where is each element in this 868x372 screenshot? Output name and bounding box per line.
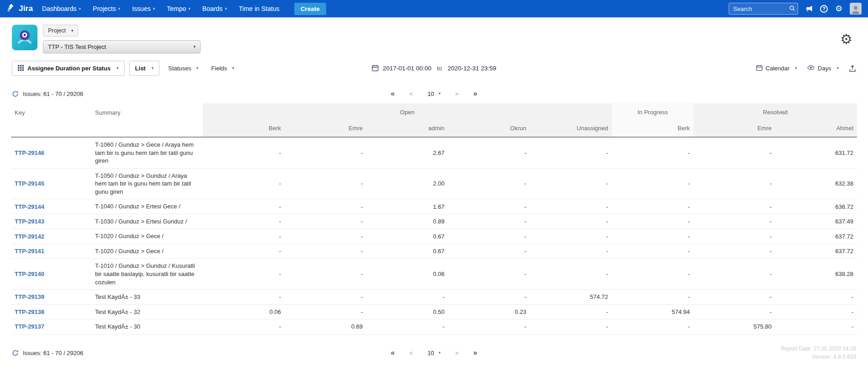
duration-cell: -: [285, 304, 366, 319]
unit-dropdown[interactable]: Days ▾: [807, 65, 839, 72]
issue-key-link[interactable]: TTP-29142: [15, 233, 44, 240]
nav-item-dashboards[interactable]: Dashboards▾: [42, 5, 81, 12]
search-icon[interactable]: [789, 5, 795, 13]
duration-cell: -: [285, 244, 366, 259]
duration-cell: 575.80: [693, 319, 775, 335]
duration-cell: -: [693, 304, 775, 319]
megaphone-icon[interactable]: [804, 4, 814, 13]
issue-key-link[interactable]: TTP-29138: [15, 308, 44, 315]
chevron-down-icon: ▾: [795, 66, 797, 70]
duration-cell: -: [448, 214, 530, 229]
search-input[interactable]: [729, 3, 798, 15]
date-to: 2020-12-31 23:59: [448, 65, 497, 72]
table-row: TTP-29143 T-1030 / Gunduz > Ertesi Gundu…: [11, 214, 857, 229]
refresh-icon[interactable]: [12, 350, 19, 356]
pagination-last-button[interactable]: »: [473, 349, 477, 357]
nav-item-time-in-status[interactable]: Time in Status: [239, 5, 280, 12]
duration-cell: -: [693, 244, 775, 259]
project-select[interactable]: TTP - TIS Test Project ▾: [43, 40, 201, 53]
duration-cell: -: [530, 168, 612, 199]
export-icon[interactable]: [849, 65, 856, 72]
pagination-next-button[interactable]: >: [455, 350, 459, 356]
duration-cell: 637.72: [775, 244, 857, 259]
calendar-icon: [756, 64, 762, 72]
issue-key-link[interactable]: TTP-29139: [15, 293, 44, 300]
duration-cell: -: [693, 290, 775, 305]
duration-cell: 0.67: [366, 229, 448, 244]
report-type-button[interactable]: Assignee Duration per Status ▾: [12, 61, 125, 76]
pagination-first-button[interactable]: «: [391, 90, 395, 98]
column-header-summary: Summary: [91, 103, 203, 137]
assignee-column-header: Emre: [693, 121, 775, 137]
jira-logo[interactable]: Jira: [6, 3, 33, 15]
pagination-next-button[interactable]: >: [455, 90, 459, 97]
duration-cell: 631.72: [775, 137, 857, 168]
pagination-prev-button[interactable]: <: [409, 350, 413, 356]
duration-cell: -: [448, 290, 530, 305]
view-type-button[interactable]: List ▾: [129, 61, 160, 76]
chevron-down-icon: ▾: [225, 7, 227, 11]
table-row: TTP-29145 T-1050 / Gunduz > Gunduz / Ara…: [11, 168, 857, 199]
fields-dropdown[interactable]: Fields ▾: [207, 61, 238, 76]
date-range-filter[interactable]: 2017-01-01 00:00 to 2020-12-31 23:59: [372, 64, 496, 73]
duration-cell: 0.67: [366, 244, 448, 259]
duration-cell: -: [203, 214, 285, 229]
statuses-dropdown[interactable]: Statuses ▾: [164, 61, 202, 76]
issue-key-link[interactable]: TTP-29143: [15, 218, 44, 225]
duration-cell: 0.69: [285, 319, 366, 335]
grid-icon: [18, 65, 24, 72]
help-icon[interactable]: ?: [820, 5, 828, 13]
issue-key-link[interactable]: TTP-29137: [15, 323, 44, 330]
duration-cell: -: [693, 137, 775, 168]
gear-icon[interactable]: ⚙: [834, 4, 843, 13]
duration-cell: -: [285, 259, 366, 290]
project-scope-button[interactable]: Project ▾: [43, 25, 78, 37]
issue-key-link[interactable]: TTP-29144: [15, 203, 44, 210]
assignee-column-header: Berk: [612, 121, 693, 137]
duration-report-table: Key Summary Open In Progress Resolved Be…: [11, 103, 857, 335]
nav-item-issues[interactable]: Issues▾: [132, 5, 155, 12]
brand-text: Jira: [19, 4, 33, 13]
date-separator: to: [435, 65, 443, 72]
issue-key-link[interactable]: TTP-29141: [15, 248, 44, 255]
duration-cell: -: [448, 168, 530, 199]
report-date: Report Date: 27.05.2020 14:26: [781, 345, 856, 353]
project-avatar: [12, 25, 37, 50]
duration-cell: -: [693, 199, 775, 214]
pagination-last-button[interactable]: »: [473, 90, 477, 98]
issue-key-link[interactable]: TTP-29146: [15, 149, 44, 156]
duration-cell: -: [612, 214, 693, 229]
chevron-down-icon: ▾: [79, 7, 81, 11]
settings-gear-icon[interactable]: ⚙: [840, 32, 852, 46]
duration-cell: 636.72: [775, 199, 857, 214]
table-row: TTP-29146 T-1060 / Gunduz > Gece / Araya…: [11, 137, 857, 168]
duration-cell: -: [530, 319, 612, 335]
refresh-icon[interactable]: [12, 90, 19, 97]
duration-cell: 1.67: [366, 199, 448, 214]
duration-cell: -: [285, 137, 366, 168]
issue-key-link[interactable]: TTP-29145: [15, 180, 44, 187]
pagination-prev-button[interactable]: <: [409, 90, 413, 97]
nav-menu: Dashboards▾ Projects▾ Issues▾ Tempo▾ Boa…: [42, 3, 326, 15]
duration-cell: -: [612, 290, 693, 305]
assignee-column-header: Berk: [203, 121, 285, 137]
avatar[interactable]: [850, 3, 862, 15]
project-select-value: TTP - TIS Test Project: [48, 43, 106, 50]
pagination-first-button[interactable]: «: [391, 349, 395, 357]
issue-key-link[interactable]: TTP-29140: [15, 271, 44, 277]
nav-item-tempo[interactable]: Tempo▾: [167, 5, 191, 12]
duration-cell: -: [612, 259, 693, 290]
page-size-select[interactable]: 10 ▾: [428, 90, 440, 97]
duration-cell: -: [203, 319, 285, 335]
calendar-mode-dropdown[interactable]: Calendar ▾: [756, 64, 797, 72]
page-size-select[interactable]: 10 ▾: [428, 350, 440, 356]
nav-item-projects[interactable]: Projects▾: [93, 5, 120, 12]
duration-cell: -: [530, 199, 612, 214]
nav-item-boards[interactable]: Boards▾: [202, 5, 227, 12]
create-button[interactable]: Create: [294, 3, 326, 15]
duration-cell: -: [530, 244, 612, 259]
duration-cell: -: [285, 229, 366, 244]
project-controls: Project ▾ TTP - TIS Test Project ▾: [43, 25, 201, 53]
calendar-icon: [372, 64, 379, 73]
issues-count: Issues: 61 - 70 / 29206: [23, 90, 83, 97]
